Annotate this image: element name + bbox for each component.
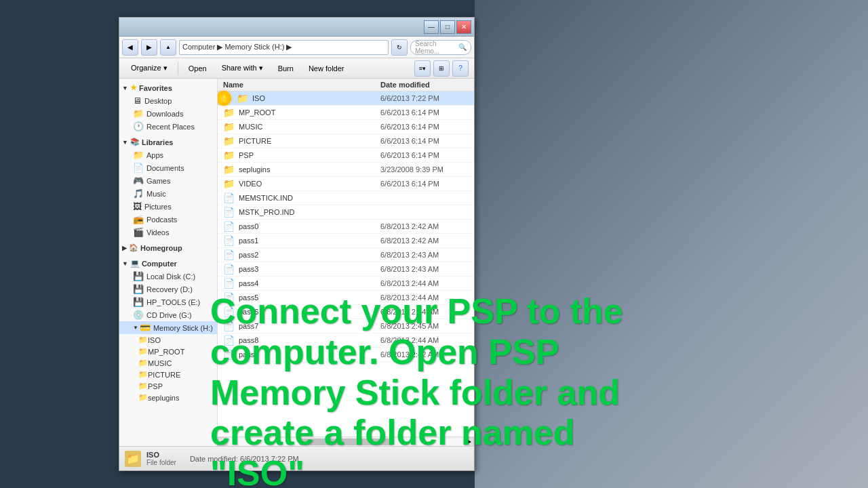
file-item-memstick[interactable]: 📄 MEMSTICK.IND [218,191,474,205]
burn-button[interactable]: Burn [272,60,300,77]
sidebar-item-recent-places[interactable]: 🕐 Recent Places [119,120,217,133]
preview-pane-button[interactable]: ⊞ [433,60,450,77]
sidebar-item-label: HP_TOOLS (E:) [146,298,200,306]
sidebar-item-label: Desktop [144,97,172,105]
minimize-button[interactable]: — [424,20,439,34]
sidebar-item-label: Memory Stick (H:) [153,324,213,332]
file-item-date: 6/8/2013 2:43 AM [380,251,469,259]
status-item-icon: 📁 [125,451,141,467]
back-button[interactable]: ◀ [122,39,138,56]
videos-icon: 🎬 [133,227,144,237]
computer-arrow: ▼ [122,260,128,267]
toolbar-separator-1 [178,62,178,75]
local-disk-icon: 💾 [133,271,144,281]
file-item-pass8[interactable]: 📄 pass8 6/8/2013 2:44 AM [218,333,474,348]
share-with-button[interactable]: Share with ▾ [216,60,269,77]
file-item-pass3[interactable]: 📄 pass3 6/8/2013 2:43 AM [218,262,474,277]
forward-button[interactable]: ▶ [141,39,157,56]
scroll-right-button[interactable]: ▶ [465,437,474,447]
sidebar-item-documents[interactable]: 📄 Documents [119,161,217,174]
file-item-date: 6/8/2013 2:44 AM [380,336,469,344]
file-item-pass2[interactable]: 📄 pass2 6/8/2013 2:43 AM [218,248,474,262]
view-options-button[interactable]: ≡▾ [414,60,431,77]
computer-header[interactable]: ▼ 💻 Computer [119,257,217,270]
file-item-pass5[interactable]: 📄 pass5 6/8/2013 2:44 AM [218,291,474,305]
file-item-music[interactable]: 📁 MUSIC 6/6/2013 6:14 PM [218,120,474,134]
file-item-date: 6/8/2013 2:44 AM [380,293,469,302]
col-name-header[interactable]: Name [223,81,380,89]
open-button[interactable]: Open [182,60,213,77]
homegroup-arrow: ▶ [122,245,127,251]
homegroup-header[interactable]: ▶ 🏠 Homegroup [119,241,217,254]
recovery-icon: 💾 [133,284,144,294]
memstick-file-icon: 📄 [223,192,235,203]
file-item-pass6[interactable]: 📄 pass6 6/8/2013 2:44 AM [218,305,474,319]
file-item-pass4[interactable]: 📄 pass4 6/8/2013 2:44 AM [218,277,474,291]
sidebar-item-desktop[interactable]: 🖥 Desktop [119,94,217,107]
background-photo [475,0,868,488]
podcasts-icon: 📻 [133,214,144,224]
sidebar-item-hp-tools[interactable]: 💾 HP_TOOLS (E:) [119,296,217,308]
file-list-header: Name Date modified [218,79,474,92]
scroll-left-button[interactable]: ◀ [218,437,227,447]
address-path[interactable]: Computer ▶ Memory Stick (H:) ▶ [179,40,389,55]
sidebar-sub-iso[interactable]: 📁 ISO [119,334,217,346]
file-item-date: 6/6/2013 6:14 PM [380,123,469,131]
up-button[interactable]: ▲ [160,39,176,56]
pass4-icon: 📄 [223,278,235,289]
file-item-psp[interactable]: 📁 PSP 6/6/2013 6:14 PM [218,148,474,163]
sidebar-sub-seplugins[interactable]: 📁 seplugins [119,392,217,403]
close-button[interactable]: ✕ [456,20,471,34]
sidebar-item-pictures[interactable]: 🖼 Pictures [119,200,217,213]
horizontal-scrollbar[interactable]: ◀ ▶ [218,436,474,446]
file-item-date: 6/8/2013 2:44 AM [380,279,469,287]
organize-button[interactable]: Organize ▾ [125,60,174,77]
sidebar-item-cd-drive[interactable]: 💿 CD Drive (G:) [119,308,217,321]
sidebar-item-memory-stick[interactable]: ▼ 💳 Memory Stick (H:) [119,321,217,334]
sidebar-item-videos[interactable]: 🎬 Videos [119,226,217,239]
sidebar-item-downloads[interactable]: 📁 Downloads [119,107,217,120]
sidebar-item-music[interactable]: 🎵 Music [119,187,217,200]
mp-root-folder-icon: 📁 [223,107,235,118]
search-box[interactable]: Search Memo... 🔍 [410,40,471,55]
refresh-button[interactable]: ↻ [391,39,408,56]
sidebar-sub-psp[interactable]: 📁 PSP [119,380,217,392]
file-item-picture[interactable]: 📁 PICTURE 6/6/2013 6:14 PM [218,134,474,148]
file-item-seplugins[interactable]: 📁 seplugins 3/23/2008 9:39 PM [218,163,474,177]
computer-label: Computer [142,260,177,268]
scroll-thumb[interactable] [299,439,393,445]
sidebar-item-recovery[interactable]: 💾 Recovery (D:) [119,283,217,296]
iso-folder-icon: 📁 [237,93,248,104]
file-item-date: 6/6/2013 7:22 PM [380,94,469,102]
sidebar-sub-music[interactable]: 📁 MUSIC [119,357,217,369]
sidebar-item-podcasts[interactable]: 📻 Podcasts [119,213,217,226]
help-button[interactable]: ? [452,60,469,77]
file-item-iso[interactable]: ⭐ 📁 ISO 6/6/2013 7:22 PM [218,92,474,106]
scroll-track[interactable] [229,439,463,445]
sidebar-sub-mp-root[interactable]: 📁 MP_ROOT [119,346,217,357]
sidebar-sub-picture[interactable]: 📁 PICTURE [119,369,217,380]
new-folder-button[interactable]: New folder [302,60,351,77]
sidebar-item-local-disk[interactable]: 💾 Local Disk (C:) [119,270,217,283]
music-icon: 🎵 [133,188,144,199]
col-date-header[interactable]: Date modified [380,81,469,89]
file-item-pass0[interactable]: 📄 pass0 6/8/2013 2:42 AM [218,220,474,234]
file-item-pass7[interactable]: 📄 pass7 6/8/2013 2:45 AM [218,319,474,333]
libraries-section: ▼ 📚 Libraries 📁 Apps 📄 Documents 🎮 Games [119,136,217,239]
computer-section: ▼ 💻 Computer 💾 Local Disk (C:) 💾 Recover… [119,257,217,403]
search-placeholder: Search Memo... [415,40,457,55]
sidebar-item-apps[interactable]: 📁 Apps [119,148,217,161]
sidebar-item-label: Podcasts [146,216,177,224]
file-item-mp-root[interactable]: 📁 MP_ROOT 6/6/2013 6:14 PM [218,106,474,120]
file-item-mstk[interactable]: 📄 MSTK_PRO.IND [218,205,474,220]
favorites-label: Favorites [139,84,172,92]
sidebar-item-games[interactable]: 🎮 Games [119,174,217,187]
libraries-header[interactable]: ▼ 📚 Libraries [119,136,217,148]
favorites-header[interactable]: ▼ ★ Favorites [119,81,217,94]
file-item-pass9[interactable]: 📄 pass9 6/8/2013 2:42 AM [218,348,474,362]
apps-icon: 📁 [133,150,144,160]
file-item-video[interactable]: 📁 VIDEO 6/6/2013 6:14 PM [218,177,474,191]
file-item-pass1[interactable]: 📄 pass1 6/8/2013 2:42 AM [218,234,474,248]
explorer-window: — □ ✕ ◀ ▶ ▲ Computer ▶ Memory Stick (H:)… [119,17,475,471]
maximize-button[interactable]: □ [440,20,455,34]
